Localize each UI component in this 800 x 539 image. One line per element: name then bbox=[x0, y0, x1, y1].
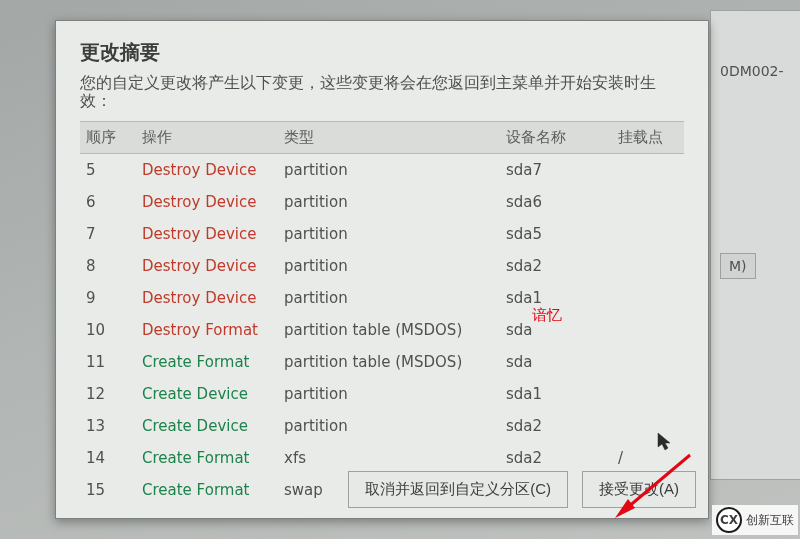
watermark-text: 创新互联 bbox=[746, 512, 794, 529]
cell-mount bbox=[612, 186, 684, 218]
cell-mount: / bbox=[612, 442, 684, 474]
cell-order: 10 bbox=[80, 314, 136, 346]
cell-order: 14 bbox=[80, 442, 136, 474]
background-panel bbox=[710, 10, 800, 480]
cell-device: sda5 bbox=[500, 218, 612, 250]
cell-type: partition table (MSDOS) bbox=[278, 314, 500, 346]
cell-operation: Destroy Device bbox=[136, 282, 278, 314]
dialog-button-bar: 取消并返回到自定义分区(C) 接受更改(A) bbox=[348, 471, 696, 508]
cell-operation: Destroy Device bbox=[136, 154, 278, 187]
cell-mount bbox=[612, 218, 684, 250]
background-modify-button[interactable]: M) bbox=[720, 253, 756, 279]
cell-order: 6 bbox=[80, 186, 136, 218]
cell-type: partition bbox=[278, 154, 500, 187]
col-header-device[interactable]: 设备名称 bbox=[500, 122, 612, 154]
cell-operation: Destroy Device bbox=[136, 218, 278, 250]
cell-operation: Create Device bbox=[136, 378, 278, 410]
cell-device: sda7 bbox=[500, 154, 612, 187]
table-row[interactable]: 14Create Formatxfssda2/ bbox=[80, 442, 684, 474]
cell-type: partition bbox=[278, 250, 500, 282]
watermark: CX 创新互联 bbox=[712, 505, 798, 535]
cell-mount bbox=[612, 314, 684, 346]
cell-type: partition table (MSDOS) bbox=[278, 346, 500, 378]
col-header-order[interactable]: 顺序 bbox=[80, 122, 136, 154]
cell-type: partition bbox=[278, 186, 500, 218]
cell-operation: Create Format bbox=[136, 442, 278, 474]
table-row[interactable]: 12Create Devicepartitionsda1 bbox=[80, 378, 684, 410]
cell-order: 15 bbox=[80, 474, 136, 506]
cell-operation: Create Device bbox=[136, 410, 278, 442]
cell-order: 13 bbox=[80, 410, 136, 442]
dialog-title: 更改摘要 bbox=[56, 21, 708, 74]
cell-mount bbox=[612, 346, 684, 378]
cancel-button[interactable]: 取消并返回到自定义分区(C) bbox=[348, 471, 568, 508]
cell-mount bbox=[612, 282, 684, 314]
cell-mount bbox=[612, 154, 684, 187]
table-row[interactable]: 5Destroy Devicepartitionsda7 bbox=[80, 154, 684, 187]
cell-mount bbox=[612, 378, 684, 410]
table-row[interactable]: 7Destroy Devicepartitionsda5 bbox=[80, 218, 684, 250]
cell-order: 9 bbox=[80, 282, 136, 314]
cell-mount bbox=[612, 250, 684, 282]
cell-device: sda bbox=[500, 346, 612, 378]
col-header-mount[interactable]: 挂载点 bbox=[612, 122, 684, 154]
cell-operation: Destroy Device bbox=[136, 186, 278, 218]
col-header-type[interactable]: 类型 bbox=[278, 122, 500, 154]
cell-order: 8 bbox=[80, 250, 136, 282]
cell-device: sda2 bbox=[500, 442, 612, 474]
summary-of-changes-dialog: 更改摘要 您的自定义更改将产生以下变更，这些变更将会在您返回到主菜单并开始安装时… bbox=[55, 20, 709, 519]
background-device-label: 0DM002- bbox=[720, 63, 784, 79]
cell-mount bbox=[612, 410, 684, 442]
cell-device: sda2 bbox=[500, 250, 612, 282]
cell-operation: Destroy Format bbox=[136, 314, 278, 346]
col-header-operation[interactable]: 操作 bbox=[136, 122, 278, 154]
table-row[interactable]: 13Create Devicepartitionsda2 bbox=[80, 410, 684, 442]
cell-order: 12 bbox=[80, 378, 136, 410]
table-row[interactable]: 9Destroy Devicepartitionsda1 bbox=[80, 282, 684, 314]
annotation-text: 谙忆 bbox=[532, 306, 562, 325]
cell-type: partition bbox=[278, 410, 500, 442]
cell-operation: Destroy Device bbox=[136, 250, 278, 282]
dialog-message: 您的自定义更改将产生以下变更，这些变更将会在您返回到主菜单并开始安装时生效： bbox=[56, 74, 708, 121]
table-row[interactable]: 11Create Formatpartition table (MSDOS)sd… bbox=[80, 346, 684, 378]
cell-operation: Create Format bbox=[136, 346, 278, 378]
cell-order: 5 bbox=[80, 154, 136, 187]
cell-type: xfs bbox=[278, 442, 500, 474]
table-header-row: 顺序 操作 类型 设备名称 挂载点 bbox=[80, 122, 684, 154]
table-row[interactable]: 10Destroy Formatpartition table (MSDOS)s… bbox=[80, 314, 684, 346]
cell-operation: Create Format bbox=[136, 474, 278, 506]
table-row[interactable]: 8Destroy Devicepartitionsda2 bbox=[80, 250, 684, 282]
cell-order: 7 bbox=[80, 218, 136, 250]
watermark-logo-icon: CX bbox=[716, 507, 742, 533]
cell-device: sda2 bbox=[500, 410, 612, 442]
cell-device: sda6 bbox=[500, 186, 612, 218]
changes-table: 顺序 操作 类型 设备名称 挂载点 5Destroy Devicepartiti… bbox=[56, 121, 708, 506]
cell-type: partition bbox=[278, 218, 500, 250]
accept-changes-button[interactable]: 接受更改(A) bbox=[582, 471, 696, 508]
cell-device: sda1 bbox=[500, 378, 612, 410]
cell-order: 11 bbox=[80, 346, 136, 378]
cell-type: partition bbox=[278, 378, 500, 410]
table-row[interactable]: 6Destroy Devicepartitionsda6 bbox=[80, 186, 684, 218]
cell-type: partition bbox=[278, 282, 500, 314]
